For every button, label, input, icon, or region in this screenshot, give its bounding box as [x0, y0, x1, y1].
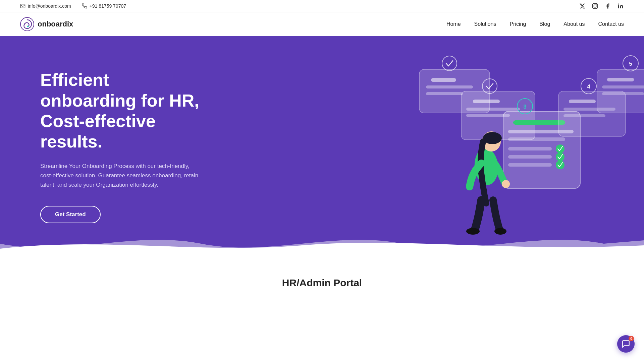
hero-subtitle: Streamline Your Onboarding Process with … — [40, 162, 201, 190]
svg-point-6 — [27, 26, 29, 27]
svg-rect-37 — [602, 85, 644, 88]
svg-rect-35 — [597, 69, 644, 113]
email-contact[interactable]: info@onboardix.com — [20, 3, 71, 9]
linkedin-icon[interactable] — [617, 3, 624, 9]
chat-badge: 0 — [629, 336, 634, 341]
svg-text:5: 5 — [629, 61, 632, 67]
chat-icon — [622, 340, 630, 348]
svg-rect-0 — [20, 4, 25, 8]
topbar-contacts: info@onboardix.com +91 81759 70707 — [20, 3, 126, 9]
white-section: HR/Admin Portal — [0, 257, 644, 299]
nav-pricing[interactable]: Pricing — [509, 21, 526, 27]
hero-left: Efficient onboarding for HR, Cost-effect… — [0, 36, 228, 257]
svg-rect-8 — [431, 78, 456, 82]
svg-rect-10 — [426, 92, 463, 95]
svg-point-46 — [502, 180, 510, 188]
phone-contact[interactable]: +91 81759 70707 — [82, 3, 126, 9]
svg-point-26 — [556, 161, 565, 169]
twitter-icon[interactable] — [579, 3, 586, 9]
nav-links: Home Solutions Pricing Blog About us Con… — [446, 21, 624, 27]
hero-wave — [0, 230, 644, 257]
svg-rect-21 — [508, 147, 552, 150]
svg-rect-38 — [602, 92, 644, 95]
nav-about[interactable]: About us — [564, 21, 585, 27]
svg-rect-23 — [508, 155, 552, 159]
phone-icon — [82, 3, 87, 9]
email-icon — [20, 3, 25, 9]
social-links — [579, 3, 624, 9]
svg-rect-1 — [593, 4, 598, 9]
nav-solutions[interactable]: Solutions — [474, 21, 496, 27]
nav-contact[interactable]: Contact us — [598, 21, 624, 27]
svg-rect-30 — [569, 100, 596, 103]
svg-rect-32 — [564, 114, 605, 117]
nav-blog[interactable]: Blog — [539, 21, 550, 27]
topbar: info@onboardix.com +91 81759 70707 — [0, 0, 644, 12]
instagram-icon[interactable] — [592, 3, 598, 9]
logo[interactable]: onboardix — [20, 17, 73, 31]
svg-rect-20 — [508, 137, 565, 141]
hero-title: Efficient onboarding for HR, Cost-effect… — [40, 70, 201, 152]
svg-rect-18 — [513, 120, 565, 125]
svg-text:3: 3 — [523, 104, 526, 110]
chat-widget[interactable]: 0 — [617, 335, 635, 353]
svg-point-11 — [442, 56, 457, 71]
svg-point-22 — [556, 144, 565, 153]
hero-section: Efficient onboarding for HR, Cost-effect… — [0, 36, 644, 257]
get-started-button[interactable]: Get Started — [40, 206, 101, 223]
svg-rect-36 — [607, 78, 634, 81]
svg-rect-13 — [473, 100, 500, 103]
svg-point-3 — [596, 4, 597, 5]
hero-right: 3 4 5 — [228, 36, 644, 257]
svg-point-4 — [618, 4, 619, 5]
svg-point-2 — [594, 5, 596, 7]
facebook-icon[interactable] — [604, 3, 611, 9]
navbar: onboardix Home Solutions Pricing Blog Ab… — [0, 12, 644, 36]
svg-point-24 — [556, 153, 565, 161]
svg-rect-25 — [508, 163, 552, 167]
email-text: info@onboardix.com — [28, 3, 71, 9]
svg-rect-9 — [426, 85, 473, 88]
logo-icon — [20, 17, 34, 31]
hero-illustration: 3 4 5 — [409, 43, 644, 237]
svg-rect-14 — [466, 108, 520, 111]
phone-text: +91 81759 70707 — [90, 3, 126, 9]
nav-home[interactable]: Home — [446, 21, 461, 27]
svg-text:4: 4 — [587, 83, 590, 90]
logo-text: onboardix — [38, 20, 73, 28]
section-title: HR/Admin Portal — [0, 277, 644, 289]
